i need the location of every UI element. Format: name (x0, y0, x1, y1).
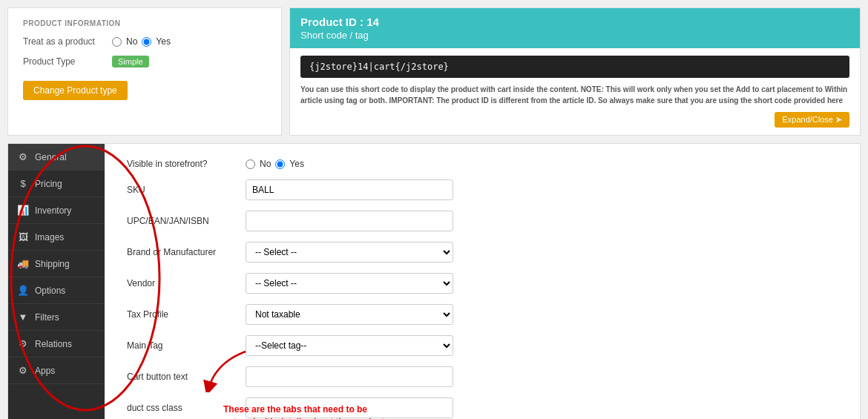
upc-input[interactable] (246, 211, 453, 231)
sku-label: SKU (127, 185, 246, 195)
short-code-label: Short code / tag (300, 30, 849, 41)
brand-label: Brand or Manufacturer (127, 247, 246, 257)
main-tag-select[interactable]: --Select tag-- (246, 335, 453, 356)
tax-profile-row: Tax Profile Not taxable (127, 304, 838, 325)
product-info-label: PRODUCT INFORMATION (23, 19, 266, 27)
shortcode-body: {j2store}14|cart{/j2store} You can use t… (290, 48, 860, 135)
visible-storefront-control: No Yes (246, 159, 453, 169)
sidebar-pricing-label: Pricing (35, 179, 62, 189)
sidebar-item-apps[interactable]: ⚙ Apps (8, 357, 105, 384)
images-icon: 🖼 (17, 231, 29, 243)
upc-label: UPC/EAN/JAN/ISBN (127, 216, 246, 226)
treat-no-label: No (126, 36, 137, 47)
sku-control (246, 179, 453, 200)
sidebar-apps-label: Apps (35, 366, 55, 376)
sidebar-shipping-label: Shipping (35, 259, 70, 269)
brand-select[interactable]: -- Select -- (246, 242, 453, 263)
cart-button-input[interactable] (246, 366, 453, 387)
sku-row: SKU (127, 179, 838, 200)
treat-yes-radio[interactable] (142, 37, 151, 47)
product-type-badge: Simple (112, 56, 149, 67)
vendor-row: Vendor -- Select -- (127, 273, 838, 294)
tax-profile-control: Not taxable (246, 304, 453, 325)
vendor-select[interactable]: -- Select -- (246, 273, 453, 294)
main-tag-control: --Select tag-- (246, 335, 453, 356)
shortcode-note-bold: only (657, 85, 672, 93)
visible-storefront-label: Visible in storefront? (127, 159, 246, 169)
upc-row: UPC/EAN/JAN/ISBN (127, 211, 838, 231)
sidebar-item-shipping[interactable]: 🚚 Shipping (8, 251, 105, 277)
treat-no-radio[interactable] (112, 37, 122, 47)
change-product-type-button[interactable]: Change Product type (23, 81, 128, 100)
sidebar-item-relations[interactable]: ⚙ Relations (8, 331, 105, 357)
product-id-label: Product ID : 14 (300, 16, 849, 28)
sidebar-filters-label: Filters (35, 312, 59, 323)
bottom-section: ⚙ General $ Pricing 📊 Inventory 🖼 Images… (7, 143, 861, 419)
expand-close-button[interactable]: Expand/Close ➤ (775, 112, 849, 128)
sku-input[interactable] (246, 179, 453, 200)
annotation-arrow-svg (201, 348, 260, 392)
shortcode-code-box: {j2store}14|cart{/j2store} (300, 56, 849, 78)
annotation-area: These are the tabs that need to be enter… (223, 389, 394, 419)
visible-yes-radio[interactable] (275, 159, 285, 169)
apps-icon: ⚙ (17, 365, 29, 376)
shortcode-header: Product ID : 14 Short code / tag (290, 8, 860, 48)
visible-storefront-row: Visible in storefront? No Yes (127, 159, 838, 169)
tax-profile-select[interactable]: Not taxable (246, 304, 453, 325)
upc-control (246, 211, 453, 231)
options-icon: 👤 (17, 285, 29, 296)
treat-as-product-label: Treat as a product (23, 36, 105, 47)
tax-profile-label: Tax Profile (127, 309, 246, 320)
sidebar-item-general[interactable]: ⚙ General (8, 144, 105, 171)
general-icon: ⚙ (17, 151, 29, 162)
treat-as-product-radios: No Yes (112, 36, 171, 47)
shortcode-card: Product ID : 14 Short code / tag {j2stor… (289, 7, 861, 136)
visible-yes-label: Yes (289, 159, 304, 169)
shortcode-note: You can use this short code to display t… (300, 84, 849, 106)
sidebar-options-label: Options (35, 286, 65, 296)
product-type-label: Product Type (23, 56, 105, 67)
annotation-text: These are the tabs that need to be enter… (223, 403, 394, 419)
brand-row: Brand or Manufacturer -- Select -- (127, 242, 838, 263)
shortcode-note-text1: You can use this short code to display t… (300, 85, 657, 93)
relations-icon: ⚙ (17, 338, 29, 349)
vendor-label: Vendor (127, 278, 246, 288)
sidebar-images-label: Images (35, 232, 64, 243)
sidebar-item-pricing[interactable]: $ Pricing (8, 171, 105, 197)
sidebar: ⚙ General $ Pricing 📊 Inventory 🖼 Images… (8, 144, 105, 419)
sidebar-item-images[interactable]: 🖼 Images (8, 224, 105, 251)
filters-icon: ▼ (17, 311, 29, 323)
sidebar-item-options[interactable]: 👤 Options (8, 277, 105, 304)
inventory-icon: 📊 (17, 205, 29, 216)
visible-no-radio[interactable] (246, 159, 255, 169)
brand-control: -- Select -- (246, 242, 453, 263)
product-info-card: PRODUCT INFORMATION Treat as a product N… (7, 7, 282, 136)
sidebar-inventory-label: Inventory (35, 205, 71, 216)
pricing-icon: $ (17, 178, 29, 189)
cart-button-control (246, 366, 453, 387)
vendor-control: -- Select -- (246, 273, 453, 294)
sidebar-item-filters[interactable]: ▼ Filters (8, 304, 105, 331)
main-content: Visible in storefront? No Yes SKU (105, 144, 860, 419)
sidebar-relations-label: Relations (35, 339, 72, 349)
treat-yes-label: Yes (156, 36, 171, 47)
visible-no-label: No (260, 159, 271, 169)
sidebar-item-inventory[interactable]: 📊 Inventory (8, 197, 105, 224)
shipping-icon: 🚚 (17, 258, 29, 269)
sidebar-general-label: General (35, 152, 67, 162)
